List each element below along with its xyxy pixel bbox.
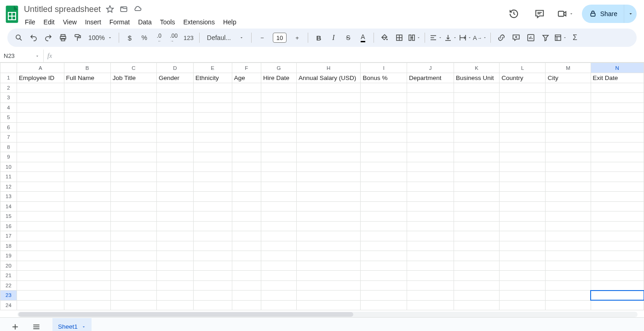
cell-I2[interactable] (361, 83, 407, 93)
cell-N19[interactable] (591, 251, 644, 261)
cell-J18[interactable] (407, 241, 454, 251)
cell-J22[interactable] (407, 280, 454, 291)
cell-H4[interactable] (296, 103, 361, 113)
cell-F13[interactable] (232, 192, 261, 202)
cell-J5[interactable] (407, 113, 454, 123)
cell-L7[interactable] (500, 132, 546, 143)
cell-N11[interactable] (591, 172, 644, 182)
cell-L9[interactable] (500, 152, 546, 162)
cell-G1[interactable]: Hire Date (261, 73, 296, 83)
insert-chart-button[interactable] (524, 31, 538, 45)
cell-M4[interactable] (546, 103, 591, 113)
menu-file[interactable]: File (21, 17, 39, 28)
row-header-3[interactable]: 3 (0, 93, 17, 103)
cell-C5[interactable] (110, 113, 156, 123)
cell-H3[interactable] (296, 93, 361, 103)
menu-help[interactable]: Help (219, 17, 240, 28)
cell-M1[interactable]: City (546, 73, 591, 83)
cell-C4[interactable] (110, 103, 156, 113)
cell-N2[interactable] (591, 83, 644, 93)
column-header-J[interactable]: J (407, 63, 454, 73)
cell-N6[interactable] (591, 122, 644, 132)
row-header-6[interactable]: 6 (0, 122, 17, 132)
cell-B2[interactable] (64, 83, 110, 93)
cell-G19[interactable] (261, 251, 296, 261)
cell-G15[interactable] (261, 211, 296, 222)
cell-F4[interactable] (232, 103, 261, 113)
cell-H19[interactable] (296, 251, 361, 261)
cell-C20[interactable] (110, 261, 156, 271)
cell-M3[interactable] (546, 93, 591, 103)
increase-decimal-button[interactable]: .00→ (167, 31, 181, 45)
cell-D22[interactable] (157, 280, 194, 291)
cell-I8[interactable] (361, 142, 407, 152)
cell-J15[interactable] (407, 211, 454, 222)
cell-A1[interactable]: Employee ID (17, 73, 64, 83)
cell-C19[interactable] (110, 251, 156, 261)
cell-I14[interactable] (361, 201, 407, 211)
cell-B23[interactable] (64, 291, 110, 301)
cell-I18[interactable] (361, 241, 407, 251)
cell-I1[interactable]: Bonus % (361, 73, 407, 83)
cell-M18[interactable] (546, 241, 591, 251)
vertical-align-button[interactable] (443, 31, 457, 45)
cell-G2[interactable] (261, 83, 296, 93)
cell-A22[interactable] (17, 280, 64, 291)
cell-M7[interactable] (546, 132, 591, 143)
cell-J9[interactable] (407, 152, 454, 162)
print-icon[interactable] (56, 31, 70, 45)
cell-J11[interactable] (407, 172, 454, 182)
text-wrap-button[interactable] (458, 31, 472, 45)
italic-button[interactable]: I (327, 31, 340, 45)
cell-G6[interactable] (261, 122, 296, 132)
cell-C15[interactable] (110, 211, 156, 222)
cell-K6[interactable] (454, 122, 500, 132)
cell-D15[interactable] (157, 211, 194, 222)
cell-G17[interactable] (261, 231, 296, 241)
cell-H5[interactable] (296, 113, 361, 123)
cell-I4[interactable] (361, 103, 407, 113)
cell-A23[interactable] (17, 291, 64, 301)
cell-D12[interactable] (157, 182, 194, 192)
insert-link-button[interactable] (494, 31, 508, 45)
cell-K2[interactable] (454, 83, 500, 93)
cell-N8[interactable] (591, 142, 644, 152)
cell-D2[interactable] (157, 83, 194, 93)
cell-L1[interactable]: Country (500, 73, 546, 83)
cell-K22[interactable] (454, 280, 500, 291)
font-size-input[interactable] (273, 33, 287, 43)
row-header-18[interactable]: 18 (0, 241, 17, 251)
cell-C8[interactable] (110, 142, 156, 152)
bold-button[interactable]: B (312, 31, 326, 45)
cell-G7[interactable] (261, 132, 296, 143)
cell-M12[interactable] (546, 182, 591, 192)
redo-icon[interactable] (41, 31, 55, 45)
cell-G3[interactable] (261, 93, 296, 103)
cell-G14[interactable] (261, 201, 296, 211)
column-header-G[interactable]: G (261, 63, 296, 73)
column-header-H[interactable]: H (296, 63, 361, 73)
cell-D13[interactable] (157, 192, 194, 202)
cell-G8[interactable] (261, 142, 296, 152)
row-header-12[interactable]: 12 (0, 182, 17, 192)
cell-D8[interactable] (157, 142, 194, 152)
cell-L20[interactable] (500, 261, 546, 271)
cell-I15[interactable] (361, 211, 407, 222)
cell-G13[interactable] (261, 192, 296, 202)
cell-K19[interactable] (454, 251, 500, 261)
row-header-11[interactable]: 11 (0, 172, 17, 182)
cell-C17[interactable] (110, 231, 156, 241)
cell-N3[interactable] (591, 93, 644, 103)
cell-K24[interactable] (454, 300, 500, 310)
cell-M20[interactable] (546, 261, 591, 271)
cell-K17[interactable] (454, 231, 500, 241)
cell-E21[interactable] (193, 271, 232, 281)
cell-F12[interactable] (232, 182, 261, 192)
borders-button[interactable] (392, 31, 406, 45)
cell-H23[interactable] (296, 291, 361, 301)
column-header-M[interactable]: M (546, 63, 591, 73)
column-header-L[interactable]: L (500, 63, 546, 73)
cell-B24[interactable] (64, 300, 110, 310)
row-header-2[interactable]: 2 (0, 83, 17, 93)
cell-K20[interactable] (454, 261, 500, 271)
